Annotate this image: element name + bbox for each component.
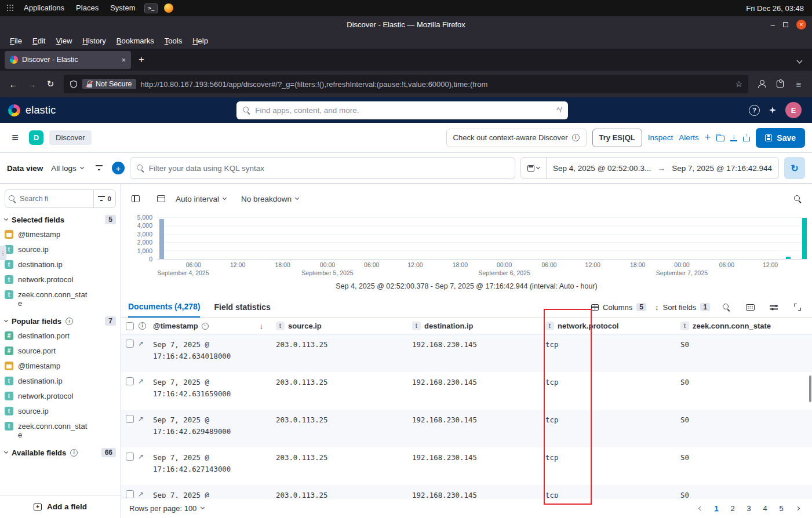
- vertical-scrollbar[interactable]: [809, 375, 811, 402]
- table-row[interactable]: ↗ Sep 7, 2025 @ 203.0.113.25 192.168.230…: [121, 485, 812, 498]
- date-quick-menu-button[interactable]: [521, 158, 547, 178]
- page-3-button[interactable]: 3: [742, 502, 755, 515]
- cell-source-ip[interactable]: 203.0.113.25: [272, 447, 409, 485]
- breakdown-select[interactable]: No breakdown: [241, 195, 298, 203]
- columns-button[interactable]: Columns 5: [591, 303, 646, 312]
- cell-source-ip[interactable]: 203.0.113.25: [272, 485, 409, 498]
- refresh-query-button[interactable]: ↻: [784, 157, 805, 179]
- column-header-conn-state[interactable]: zeek.conn.conn_state: [677, 322, 812, 330]
- menu-file[interactable]: File: [5, 37, 27, 45]
- tab-close-icon[interactable]: ×: [121, 56, 126, 64]
- column-header-source-ip[interactable]: source.ip: [272, 322, 409, 330]
- page-4-button[interactable]: 4: [759, 502, 771, 515]
- cell-conn-state[interactable]: S0: [677, 372, 812, 410]
- user-avatar[interactable]: E: [785, 102, 802, 118]
- sidebar-field-destination-port[interactable]: destination.port: [0, 328, 121, 343]
- fullscreen-icon[interactable]: [790, 300, 805, 315]
- cell-destination-ip[interactable]: 192.168.230.145: [409, 485, 542, 498]
- cell-network-protocol[interactable]: tcp: [542, 447, 677, 485]
- sidebar-field-destination-ip[interactable]: destination.ip: [0, 373, 121, 388]
- sidebar-field-source-port[interactable]: source.port: [0, 343, 121, 358]
- panel-collapse-handle[interactable]: ⋮: [0, 246, 6, 260]
- alerts-link[interactable]: Alerts: [679, 133, 699, 142]
- sidebar-field-conn-state[interactable]: zeek.conn.conn_state: [0, 418, 121, 442]
- column-header-network-protocol[interactable]: network.protocol: [542, 322, 677, 330]
- minimize-button[interactable]: –: [771, 20, 775, 29]
- selected-fields-header[interactable]: Selected fields 5: [0, 209, 121, 227]
- sidebar-field-destination-ip[interactable]: destination.ip: [0, 257, 121, 272]
- menu-edit[interactable]: Edit: [27, 37, 50, 45]
- cell-destination-ip[interactable]: 192.168.230.145: [409, 447, 542, 485]
- cell-source-ip[interactable]: 203.0.113.25: [272, 410, 409, 447]
- tab-documents[interactable]: Documents (4,278): [128, 297, 200, 318]
- row-checkbox[interactable]: [126, 377, 134, 385]
- global-search-input[interactable]: [255, 106, 552, 115]
- column-header-timestamp[interactable]: @timestamp ↓: [150, 322, 272, 330]
- cell-timestamp[interactable]: Sep 7, 2025 @ 17:16:42.634018000: [150, 334, 272, 372]
- context-aware-discover-button[interactable]: Check out context-aware Discover: [446, 129, 587, 147]
- cell-timestamp[interactable]: Sep 7, 2025 @ 17:16:42.631659000: [150, 372, 272, 410]
- menu-bookmarks[interactable]: Bookmarks: [111, 37, 159, 45]
- table-row[interactable]: ↗ Sep 7, 2025 @ 17:16:42.634018000 203.0…: [121, 334, 812, 372]
- table-row[interactable]: ↗ Sep 7, 2025 @ 17:16:42.631659000 203.0…: [121, 372, 812, 410]
- cell-timestamp[interactable]: Sep 7, 2025 @: [150, 485, 272, 498]
- extensions-icon[interactable]: [771, 75, 789, 93]
- menu-system[interactable]: System: [105, 0, 140, 16]
- try-esql-button[interactable]: Try ES|QL: [592, 129, 642, 147]
- cell-timestamp[interactable]: Sep 7, 2025 @ 17:16:42.629489000: [150, 410, 272, 447]
- grid-search-icon[interactable]: [719, 300, 734, 315]
- tracking-shield-icon[interactable]: [70, 80, 78, 89]
- download-icon[interactable]: [730, 134, 737, 141]
- date-from[interactable]: Sep 4, 2025 @ 02:52:00.3...: [547, 164, 657, 173]
- expand-row-icon[interactable]: ↗: [138, 377, 144, 385]
- sidebar-field-timestamp[interactable]: @timestamp: [0, 358, 121, 373]
- table-row[interactable]: ↗ Sep 7, 2025 @ 17:16:42.627143000 203.0…: [121, 447, 812, 485]
- field-filter-button[interactable]: 0: [93, 190, 115, 207]
- cell-network-protocol[interactable]: tcp: [542, 485, 677, 498]
- page-2-button[interactable]: 2: [726, 502, 739, 515]
- histogram-bar[interactable]: [802, 218, 807, 259]
- global-search[interactable]: ^/: [236, 101, 568, 119]
- bookmark-star-icon[interactable]: ☆: [735, 79, 742, 89]
- cell-conn-state[interactable]: S0: [677, 485, 812, 498]
- chart-panel-icon[interactable]: [154, 191, 169, 206]
- display-options-icon[interactable]: [766, 300, 781, 315]
- cell-source-ip[interactable]: 203.0.113.25: [272, 372, 409, 410]
- keyboard-shortcuts-icon[interactable]: [742, 300, 758, 315]
- tab-list-chevron-icon[interactable]: [798, 54, 802, 65]
- nav-hamburger-icon[interactable]: ≡: [7, 131, 23, 144]
- expand-row-icon[interactable]: ↗: [138, 340, 144, 348]
- menu-tools[interactable]: Tools: [159, 37, 187, 45]
- url-text[interactable]: http://10.80.167.193:5601/app/discover#/…: [141, 80, 731, 89]
- prev-page-button[interactable]: [694, 502, 707, 515]
- expand-row-icon[interactable]: ↗: [138, 490, 144, 498]
- desktop-clock[interactable]: Fri Dec 26, 03:48: [746, 4, 809, 13]
- cell-network-protocol[interactable]: tcp: [542, 372, 677, 410]
- page-1-button[interactable]: 1: [710, 502, 723, 515]
- new-tab-button[interactable]: +: [133, 52, 150, 68]
- browser-tab[interactable]: Discover - Elastic ×: [5, 51, 131, 69]
- sort-desc-icon[interactable]: ↓: [260, 322, 270, 330]
- available-fields-header[interactable]: Available fields 66: [0, 442, 121, 459]
- account-icon[interactable]: [753, 75, 770, 93]
- menu-help[interactable]: Help: [187, 37, 213, 45]
- restore-button[interactable]: [783, 22, 788, 27]
- cell-conn-state[interactable]: S0: [677, 334, 812, 372]
- histogram-chart[interactable]: 5,000 4,000 3,000 2,000 1,000 0: [157, 217, 807, 260]
- date-to[interactable]: Sep 7, 2025 @ 17:16:42.944: [665, 164, 778, 173]
- url-bar[interactable]: Not Secure http://10.80.167.193:5601/app…: [64, 75, 748, 93]
- assistant-sparkle-icon[interactable]: [769, 107, 776, 114]
- cell-timestamp[interactable]: Sep 7, 2025 @ 17:16:42.627143000: [150, 447, 272, 485]
- kql-input[interactable]: [149, 164, 508, 173]
- saved-query-menu-icon[interactable]: [92, 160, 107, 176]
- sort-fields-button[interactable]: ↕ Sort fields 1: [655, 303, 710, 312]
- expand-row-icon[interactable]: ↗: [138, 415, 144, 423]
- share-icon[interactable]: [743, 134, 750, 141]
- field-search[interactable]: 0: [5, 189, 116, 208]
- popular-fields-header[interactable]: Popular fields 7: [0, 311, 121, 328]
- open-folder-icon[interactable]: [716, 134, 724, 141]
- add-filter-button[interactable]: +: [112, 162, 125, 174]
- data-view-picker[interactable]: All logs: [48, 164, 86, 173]
- row-checkbox[interactable]: [126, 340, 134, 348]
- row-checkbox[interactable]: [126, 453, 134, 461]
